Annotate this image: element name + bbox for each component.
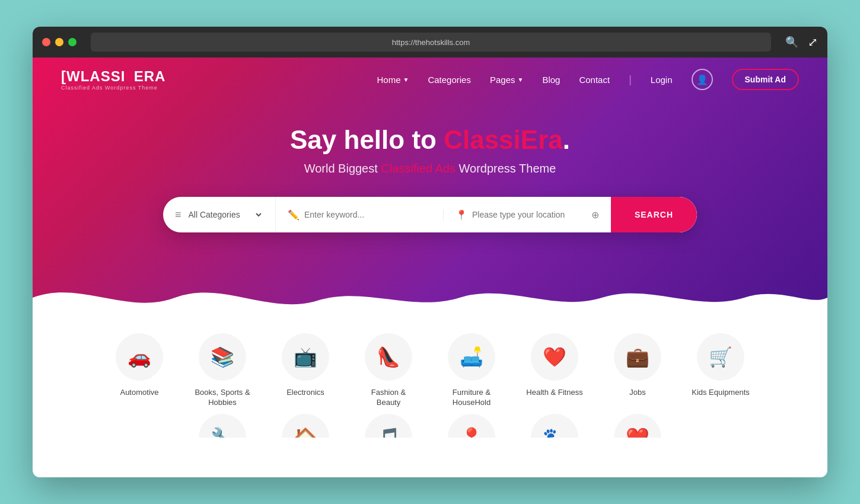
- edit-icon: ✏️: [288, 209, 300, 221]
- category-item-row2[interactable]: 🐾: [522, 414, 587, 438]
- category-label: Kids Equipments: [692, 388, 750, 398]
- hero-title: Say hello to ClassiEra.: [44, 125, 816, 155]
- hero-section: [WLASSI9ERA Classified Ads Wordpress The…: [33, 58, 827, 321]
- browser-bar: https://thehotskills.com 🔍 ⤢: [33, 27, 827, 58]
- category-icon: 👠: [365, 333, 412, 381]
- nav-contact[interactable]: Contact: [579, 75, 610, 85]
- nav-divider: |: [629, 74, 632, 86]
- category-item[interactable]: 🛋️ Furniture &HouseHold: [439, 333, 504, 408]
- category-icon: ❤️: [614, 414, 661, 438]
- category-item[interactable]: 👠 Fashion &Beauty: [356, 333, 421, 408]
- nav-links: Home ▼ Categories Pages ▼ Blog Contact |…: [377, 69, 799, 90]
- browser-search-icon[interactable]: 🔍: [785, 36, 798, 49]
- search-bar: ≡ All Categories ✏️ 📍 ⊕ SEARCH: [163, 197, 697, 232]
- minimize-button[interactable]: [55, 38, 63, 46]
- search-button[interactable]: SEARCH: [611, 197, 697, 232]
- hero-content: Say hello to ClassiEra. World Biggest Cl…: [33, 101, 827, 262]
- fullscreen-icon[interactable]: ⤢: [808, 35, 818, 49]
- categories-section: 🚗 Automotive 📚 Books, Sports &Hobbies 📺 …: [33, 321, 827, 455]
- chevron-down-icon: ▼: [403, 76, 409, 83]
- maximize-button[interactable]: [68, 38, 77, 46]
- category-icon: 🐾: [531, 414, 578, 438]
- category-label: Health & Fitness: [526, 388, 582, 398]
- category-icon: 🎵: [365, 414, 412, 438]
- nav-blog[interactable]: Blog: [542, 75, 560, 85]
- nav-categories[interactable]: Categories: [428, 75, 471, 85]
- user-icon: 👤: [696, 74, 708, 85]
- categories-row2: 🔧 🏠 🎵 📍 🐾 ❤️: [68, 408, 792, 438]
- category-label: Books, Sports &Hobbies: [195, 388, 250, 408]
- category-icon: 🏠: [282, 414, 329, 438]
- category-icon: 📚: [199, 333, 246, 381]
- logo: [WLASSI9ERA Classified Ads Wordpress The…: [61, 68, 165, 91]
- category-dropdown[interactable]: All Categories: [186, 209, 263, 220]
- category-label: Automotive: [120, 388, 158, 398]
- nav-pages[interactable]: Pages ▼: [490, 75, 523, 85]
- category-selector[interactable]: ≡ All Categories: [163, 197, 276, 232]
- category-label: Furniture &HouseHold: [453, 388, 490, 408]
- nav-login[interactable]: Login: [651, 75, 673, 85]
- category-label: Electronics: [286, 388, 324, 398]
- url-text: https://thehotskills.com: [392, 38, 470, 47]
- location-field-container: 📍 ⊕: [444, 209, 611, 221]
- category-icon: ❤️: [531, 333, 578, 381]
- category-item[interactable]: 💼 Jobs: [605, 333, 670, 398]
- chevron-down-icon-pages: ▼: [517, 76, 523, 83]
- hero-subtitle-highlight: Classified Ads: [381, 162, 456, 175]
- category-icon: 📍: [448, 414, 495, 438]
- category-item-row2[interactable]: ❤️: [605, 414, 670, 438]
- filter-icon: ≡: [175, 209, 181, 221]
- hero-title-after: .: [563, 125, 570, 154]
- category-label: Jobs: [629, 388, 645, 398]
- hero-subtitle-before: World Biggest: [304, 162, 381, 175]
- category-icon: 🔧: [199, 414, 246, 438]
- keyword-input[interactable]: [304, 210, 431, 219]
- category-item-row2[interactable]: 🏠: [273, 414, 338, 438]
- hero-subtitle: World Biggest Classified Ads Wordpress T…: [44, 162, 816, 176]
- location-input[interactable]: [472, 210, 587, 219]
- category-item-row2[interactable]: 🎵: [356, 414, 421, 438]
- category-icon: 📺: [282, 333, 329, 381]
- category-icon: 🛋️: [448, 333, 495, 381]
- gps-icon[interactable]: ⊕: [591, 209, 599, 221]
- category-icon: 🚗: [116, 333, 163, 381]
- category-item[interactable]: 📺 Electronics: [273, 333, 338, 398]
- category-item-row2[interactable]: 📍: [439, 414, 504, 438]
- category-icon: 🛒: [697, 333, 744, 381]
- wave-decoration: [33, 274, 827, 321]
- address-bar[interactable]: https://thehotskills.com: [91, 33, 771, 52]
- browser-icons: 🔍 ⤢: [785, 35, 818, 49]
- submit-ad-button[interactable]: Submit Ad: [732, 69, 799, 90]
- keyword-field-container: ✏️: [276, 209, 444, 221]
- categories-grid: 🚗 Automotive 📚 Books, Sports &Hobbies 📺 …: [68, 333, 792, 408]
- category-item[interactable]: ❤️ Health & Fitness: [522, 333, 587, 398]
- nav-home[interactable]: Home ▼: [377, 75, 409, 85]
- hero-title-brand: ClassiEra: [444, 125, 563, 154]
- navbar: [WLASSI9ERA Classified Ads Wordpress The…: [33, 58, 827, 101]
- location-icon: 📍: [456, 209, 467, 221]
- category-item[interactable]: 📚 Books, Sports &Hobbies: [190, 333, 255, 408]
- close-button[interactable]: [42, 38, 50, 46]
- category-item[interactable]: 🚗 Automotive: [107, 333, 172, 398]
- browser-window: https://thehotskills.com 🔍 ⤢ [WLASSI9ERA…: [33, 27, 827, 477]
- category-item[interactable]: 🛒 Kids Equipments: [688, 333, 753, 398]
- logo-subtitle: Classified Ads Wordpress Theme: [61, 85, 165, 91]
- hero-subtitle-after: Wordpress Theme: [456, 162, 556, 175]
- logo-text: [WLASSI9ERA: [61, 68, 165, 85]
- category-icon: 💼: [614, 333, 661, 381]
- user-avatar[interactable]: 👤: [692, 69, 713, 90]
- category-item-row2[interactable]: 🔧: [190, 414, 255, 438]
- category-label: Fashion &Beauty: [371, 388, 406, 408]
- hero-title-before: Say hello to: [290, 125, 444, 154]
